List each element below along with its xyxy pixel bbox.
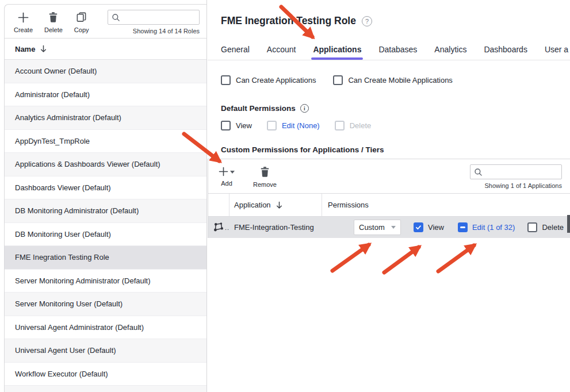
create-permissions-row: Can Create Applications Can Create Mobil… [208, 75, 570, 85]
sort-descending-icon [276, 201, 283, 209]
role-list-item[interactable]: DB Monitoring User (Default) [5, 223, 206, 247]
tab-databases[interactable]: Databases [378, 45, 417, 60]
default-permissions-heading: Default Permissions [221, 104, 296, 113]
role-list-item[interactable]: Dashboards Viewer (Default) [5, 176, 206, 200]
application-flowmap-icon [213, 222, 224, 233]
icon-truncation-dots: .. [225, 224, 229, 231]
application-column-header[interactable]: Application [229, 194, 322, 216]
role-list-item[interactable]: Server Monitoring User (Default) [5, 293, 206, 316]
application-icon-cell: .. [208, 222, 229, 233]
name-column-label: Name [15, 45, 35, 53]
roles-search-input[interactable] [123, 13, 196, 21]
custom-permissions-heading: Custom Permissions for Applications / Ti… [208, 145, 570, 154]
create-label: Create [14, 26, 33, 33]
role-list-item[interactable]: Universal Agent Administrator (Default) [5, 316, 206, 340]
add-label: Add [221, 180, 232, 187]
permissions-column-label: Permissions [328, 201, 369, 209]
application-permission-row[interactable]: .. FME-Integration-Testing Custom View [208, 217, 570, 238]
permission-mode-value: Custom [359, 223, 385, 232]
can-create-mobile-applications-checkbox[interactable] [333, 75, 343, 85]
tab-applications[interactable]: Applications [313, 45, 361, 60]
row-delete-option: Delete [527, 222, 564, 232]
sort-descending-icon [40, 45, 47, 53]
row-view-label: View [428, 223, 444, 232]
roles-list-card: Create Delete [4, 4, 206, 392]
row-delete-checkbox[interactable] [527, 222, 537, 232]
copy-icon [76, 10, 87, 25]
tab-dashboards[interactable]: Dashboards [484, 45, 527, 60]
applications-search-input[interactable] [485, 168, 558, 176]
default-delete-checkbox[interactable] [335, 121, 345, 130]
default-view-option: View [221, 121, 252, 130]
row-view-checkbox[interactable] [414, 222, 423, 232]
role-list-item[interactable]: Analytics Administrator (Default) [5, 106, 206, 130]
default-delete-label: Delete [350, 121, 372, 130]
role-list-item[interactable]: Applications & Dashboards Viewer (Defaul… [5, 153, 206, 176]
roles-count-text: Showing 14 of 14 Roles [108, 28, 200, 34]
icon-column-header [208, 194, 229, 216]
tab-user-cutoff[interactable]: User a [545, 45, 568, 60]
trash-icon [259, 164, 270, 179]
tab-account[interactable]: Account [267, 45, 296, 60]
delete-label: Delete [44, 26, 63, 33]
default-delete-option: Delete [335, 121, 372, 130]
can-create-applications-option: Can Create Applications [221, 75, 316, 85]
roles-sort-header[interactable]: Name [5, 39, 206, 60]
role-list-item[interactable]: Universal Agent User (Default) [5, 339, 206, 363]
applications-table-header: Application Permissions [208, 193, 570, 217]
can-create-applications-checkbox[interactable] [221, 75, 231, 85]
row-edge-strip [567, 215, 570, 233]
create-role-button[interactable]: Create [14, 10, 33, 33]
add-application-button[interactable]: Add [219, 164, 235, 187]
remove-application-button[interactable]: Remove [253, 164, 277, 188]
applications-search-area: Showing 1 of 1 Applications [470, 164, 562, 189]
row-edit-link[interactable]: Edit (1 of 32) [472, 223, 515, 232]
role-list-item-selected[interactable]: FME Inegration Testing Role [5, 246, 206, 270]
chevron-down-icon [230, 171, 235, 174]
role-list-item[interactable]: Administrator (Default) [5, 83, 206, 107]
default-edit-checkbox[interactable] [267, 121, 277, 130]
role-tabs: General Account Applications Databases A… [208, 45, 570, 60]
applications-count-text: Showing 1 of 1 Applications [470, 182, 562, 189]
custom-permissions-panel: Add Remove [208, 159, 570, 238]
search-icon [112, 13, 120, 22]
role-list-item[interactable]: Workflow Executor (Default) [5, 363, 206, 386]
role-list-item[interactable]: Server Monitoring Administrator (Default… [5, 270, 206, 293]
tab-general[interactable]: General [221, 45, 250, 60]
trash-icon [48, 10, 59, 25]
roles-search-box[interactable] [108, 10, 200, 25]
permissions-cell: Custom View Edit (1 of 32) [322, 220, 570, 235]
plus-icon [219, 167, 228, 176]
can-create-mobile-applications-label: Can Create Mobile Applications [348, 76, 452, 84]
roles-admin-page: Create Delete [0, 0, 570, 392]
can-create-mobile-applications-option: Can Create Mobile Applications [333, 75, 452, 85]
default-permissions-section: Default Permissions i View Edit (None) D… [208, 104, 570, 130]
default-edit-option: Edit (None) [267, 121, 320, 130]
default-view-checkbox[interactable] [221, 121, 231, 130]
title-row: FME Inegration Testing Role ? [208, 0, 570, 27]
tab-analytics[interactable]: Analytics [434, 45, 466, 60]
custom-permissions-toolbar: Add Remove [208, 159, 570, 193]
role-list-item[interactable]: Account Owner (Default) [5, 60, 206, 83]
copy-role-button[interactable]: Copy [74, 10, 89, 33]
role-list-item[interactable]: AppDynTest_TmpRole [5, 130, 206, 153]
delete-role-button[interactable]: Delete [44, 10, 63, 33]
help-icon[interactable]: ? [362, 16, 372, 26]
copy-label: Copy [74, 26, 89, 33]
default-view-label: View [236, 121, 252, 130]
roles-list: Account Owner (Default) Administrator (D… [5, 60, 206, 392]
row-edit-checkbox-indeterminate[interactable] [458, 222, 468, 232]
roles-toolbar: Create Delete [5, 5, 206, 39]
can-create-applications-label: Can Create Applications [236, 76, 316, 84]
roles-sidebar: Create Delete [0, 0, 207, 392]
search-icon [474, 168, 483, 176]
default-edit-link[interactable]: Edit (None) [282, 121, 320, 130]
permissions-column-header: Permissions [322, 194, 570, 216]
role-detail-panel: FME Inegration Testing Role ? General Ac… [208, 0, 570, 392]
info-icon[interactable]: i [300, 104, 309, 113]
applications-search-box[interactable] [470, 164, 562, 179]
role-list-item[interactable]: DB Monitoring Administrator (Default) [5, 199, 206, 223]
roles-search-area: Showing 14 of 14 Roles [108, 10, 200, 34]
permission-mode-select[interactable]: Custom [354, 220, 401, 235]
page-title: FME Inegration Testing Role [221, 15, 356, 27]
